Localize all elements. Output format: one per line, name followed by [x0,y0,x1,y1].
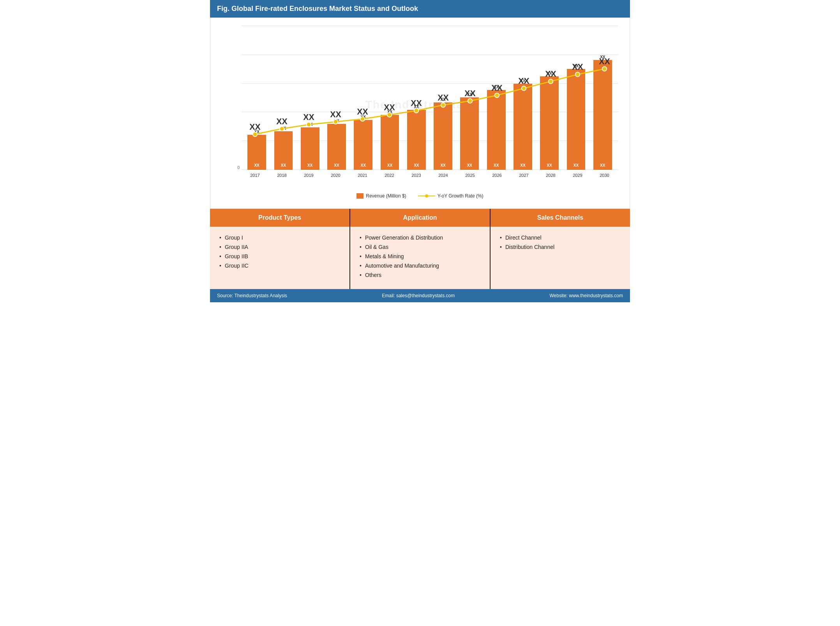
footer: Source: Theindustrystats Analysis Email:… [210,289,630,302]
bar-group-2023: XXXX [403,26,430,170]
bar-group-2022: XXXX [376,26,403,170]
x-label-2028: 2028 [537,173,564,178]
legend-line-line2 [428,196,435,196]
bar-2022: XX [381,115,399,170]
bar-top-label-2028: XX [547,71,552,76]
bar-2023: XX [407,110,426,170]
legend-bar-icon [356,193,364,199]
bar-group-2029: XXXX [563,26,589,170]
bar-top-label-2030: XX [600,55,605,59]
bar-group-2025: XXXX [456,26,483,170]
x-label-2019: 2019 [295,173,322,178]
bar-2029: XX [567,69,586,170]
legend-line-icon [418,194,435,197]
bar-top-label-2026: XX [494,85,499,89]
bar-group-2024: XXXX [430,26,456,170]
legend-revenue: Revenue (Million $) [356,193,406,199]
footer-email: Email: sales@theindustrystats.com [382,293,455,298]
bar-2025: XX [460,97,479,170]
bar-group-2026: XXXX [483,26,510,170]
list-item: Group I [219,235,340,241]
bar-group-2019: XXXX [297,26,323,170]
list-item: Automotive and Manufacturing [360,263,480,269]
bar-group-2030: XXXX [589,26,616,170]
x-label-2025: 2025 [457,173,484,178]
footer-website: Website: www.theindustrystats.com [549,293,623,298]
bar-bottom-label-2026: XX [494,163,499,168]
bar-group-2027: XXXX [510,26,536,170]
bar-bottom-label-2025: XX [467,163,472,168]
legend-growth: Y-oY Growth Rate (%) [418,193,484,199]
bar-top-label-2023: XX [414,105,419,109]
application-header: Application [350,209,490,227]
bar-bottom-label-2027: XX [520,163,525,168]
bar-2028: XX [540,76,559,170]
bar-top-label-2017: XX [254,130,259,134]
bar-2024: XX [434,102,452,170]
product-types-card: Product Types Group IGroup IIAGroup IIBG… [210,209,349,289]
list-item: Group IIC [219,263,340,269]
sales-channels-body: Direct ChannelDistribution Channel [491,227,630,289]
bar-group-2021: XXXX [350,26,376,170]
x-label-2021: 2021 [349,173,376,178]
list-item: Power Generation & Distribution [360,235,480,241]
bar-bottom-label-2024: XX [440,163,445,168]
chart-area: The Industry Stats market research XXXXX… [222,26,618,189]
x-label-2024: 2024 [430,173,457,178]
x-label-2020: 2020 [322,173,349,178]
list-item: Distribution Channel [500,244,621,250]
bar-top-label-2027: XX [520,79,525,83]
legend-growth-label: Y-oY Growth Rate (%) [438,193,484,199]
bar-top-label-2019: XX [307,122,312,127]
legend-line-dot [425,194,428,197]
chart-title: Fig. Global Fire-rated Enclosures Market… [210,0,630,18]
x-label-2017: 2017 [242,173,268,178]
x-axis: 2017201820192020202120222023202420252026… [242,170,618,189]
bar-2027: XX [514,84,532,170]
x-label-2026: 2026 [484,173,510,178]
bar-group-2020: XXXX [323,26,350,170]
sales-channels-list: Direct ChannelDistribution Channel [500,235,621,250]
bar-group-2028: XXXX [536,26,563,170]
bar-group-2017: XXXX [244,26,270,170]
sales-channels-card: Sales Channels Direct ChannelDistributio… [491,209,630,289]
chart-container: The Industry Stats market research XXXXX… [210,18,630,209]
list-item: Group IIA [219,244,340,250]
bar-bottom-label-2021: XX [361,163,366,168]
bar-bottom-label-2017: XX [254,163,259,168]
bar-2018: XX [274,131,293,170]
product-types-list: Group IGroup IIAGroup IIBGroup IIC [219,235,340,269]
product-types-header: Product Types [210,209,349,227]
x-label-2022: 2022 [376,173,403,178]
legend-line-line [418,196,425,196]
bar-2021: XX [354,120,372,170]
bar-top-label-2022: XX [387,110,392,114]
x-label-2030: 2030 [591,173,618,178]
sales-channels-header: Sales Channels [491,209,630,227]
bar-top-label-2024: XX [440,97,445,102]
bar-bottom-label-2022: XX [387,163,392,168]
bar-bottom-label-2019: XX [307,163,312,168]
y-axis: 0 [222,26,242,170]
x-label-2027: 2027 [510,173,537,178]
bar-top-label-2021: XX [361,115,366,119]
bottom-section: Product Types Group IGroup IIAGroup IIBG… [210,209,630,289]
x-label-2029: 2029 [564,173,591,178]
chart-legend: Revenue (Million $) Y-oY Growth Rate (%) [222,189,618,205]
bar-bottom-label-2028: XX [547,163,552,168]
bar-bottom-label-2020: XX [334,163,339,168]
application-card: Application Power Generation & Distribut… [350,209,490,289]
bar-top-label-2018: XX [281,126,286,130]
bar-top-label-2029: XX [574,64,579,68]
bar-2019: XX [301,127,319,170]
bar-top-label-2025: XX [467,92,472,97]
legend-revenue-label: Revenue (Million $) [366,193,406,199]
bar-group-2018: XXXX [270,26,296,170]
bars-wrapper: XXXXXXXXXXXXXXXXXXXXXXXXXXXXXXXXXXXXXXXX… [242,26,618,170]
list-item: Others [360,272,480,278]
bar-bottom-label-2030: XX [600,163,605,168]
application-list: Power Generation & DistributionOil & Gas… [360,235,480,278]
bar-top-label-2020: XX [334,119,339,123]
list-item: Oil & Gas [360,244,480,250]
bar-2017: XX [247,135,266,170]
